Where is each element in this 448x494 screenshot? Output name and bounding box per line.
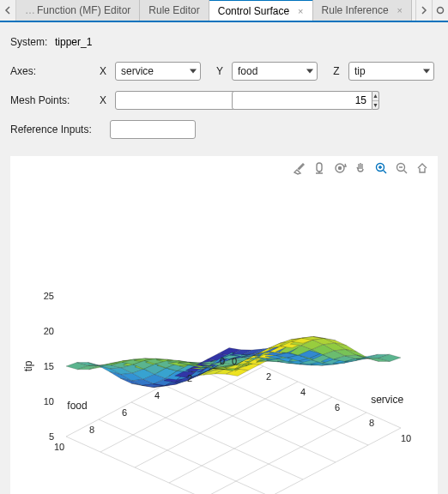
- svg-text:5: 5: [49, 431, 54, 442]
- system-label: System:: [10, 36, 55, 48]
- chevron-left-icon: [4, 6, 11, 15]
- svg-text:0: 0: [232, 356, 237, 366]
- mesh-x-label: X: [96, 94, 110, 106]
- axis-z-select[interactable]: tip: [348, 62, 434, 81]
- svg-text:10: 10: [401, 433, 411, 443]
- tab-mf-editor[interactable]: Function (MF) Editor: [16, 0, 140, 21]
- svg-text:service: service: [371, 394, 403, 406]
- chevron-down-icon: [306, 69, 313, 74]
- zoom-in-button[interactable]: [374, 161, 388, 175]
- axes-label: Axes:: [10, 65, 96, 77]
- mesh-x-spinner[interactable]: ▲ ▼: [115, 91, 201, 110]
- spin-down-icon[interactable]: ▼: [372, 101, 378, 110]
- svg-point-3: [339, 167, 342, 170]
- svg-text:8: 8: [369, 418, 374, 428]
- system-row: System: tipper_1: [10, 29, 438, 55]
- svg-line-13: [169, 397, 332, 483]
- pan-button[interactable]: [354, 161, 367, 175]
- reference-input[interactable]: [110, 120, 196, 139]
- svg-text:food: food: [67, 400, 87, 412]
- chevron-down-icon: [423, 69, 430, 74]
- tab-control-surface[interactable]: Control Surface ×: [209, 0, 313, 21]
- zoom-in-icon: [374, 161, 388, 175]
- home-button[interactable]: [415, 161, 429, 175]
- chevron-right-icon: [421, 6, 427, 15]
- svg-line-15: [203, 413, 366, 494]
- svg-line-8: [197, 368, 368, 445]
- brush-icon: [292, 161, 306, 175]
- circle-icon: [436, 6, 445, 15]
- axis-x-select[interactable]: service: [115, 62, 201, 81]
- svg-rect-1: [317, 163, 322, 172]
- svg-text:tip: tip: [22, 360, 34, 371]
- pan-icon: [354, 161, 367, 175]
- svg-line-12: [131, 402, 303, 479]
- zoom-out-button[interactable]: [395, 161, 409, 175]
- tab-scroll-right-button[interactable]: [415, 0, 432, 21]
- system-name: tipper_1: [55, 36, 92, 48]
- spin-up-icon[interactable]: ▲: [372, 92, 378, 101]
- svg-line-14: [99, 419, 270, 494]
- mesh-y-spinner[interactable]: ▲ ▼: [232, 91, 318, 110]
- tab-overflow-button[interactable]: [432, 0, 448, 21]
- axes-toolbar: [292, 161, 429, 175]
- axis-y-select[interactable]: food: [232, 62, 318, 81]
- reference-row: Reference Inputs:: [10, 117, 438, 142]
- svg-text:8: 8: [89, 425, 94, 435]
- mesh-label: Mesh Points:: [10, 94, 96, 106]
- svg-text:10: 10: [54, 442, 64, 452]
- svg-point-0: [438, 8, 444, 14]
- tab-strip: Function (MF) Editor Rule Editor Control…: [0, 0, 448, 22]
- control-panel: System: tipper_1 Axes: X service Y food …: [0, 22, 448, 151]
- rotate-button[interactable]: [333, 161, 347, 175]
- close-icon[interactable]: ×: [294, 6, 303, 16]
- home-icon: [415, 161, 429, 175]
- reference-label: Reference Inputs:: [10, 124, 110, 136]
- zoom-out-icon: [395, 161, 409, 175]
- datatip-icon: [312, 161, 326, 175]
- tab-label: Rule Inference: [322, 4, 389, 16]
- tab-label: Control Surface: [218, 5, 289, 17]
- mesh-row: Mesh Points: X ▲ ▼ Y ▲ ▼: [10, 87, 438, 113]
- tab-label: Rule Editor: [148, 4, 199, 16]
- svg-text:20: 20: [44, 326, 54, 336]
- datatip-button[interactable]: [312, 161, 326, 175]
- surface-plot[interactable]: 51015202502468100246810servicefoodtip: [10, 156, 438, 494]
- brush-button[interactable]: [292, 161, 306, 175]
- axis-z-label: Z: [330, 65, 343, 77]
- svg-line-10: [164, 385, 336, 462]
- svg-text:4: 4: [300, 387, 306, 397]
- axes-row: Axes: X service Y food Z tip: [10, 58, 438, 84]
- chevron-down-icon: [190, 69, 197, 74]
- svg-line-16: [66, 437, 238, 494]
- tab-label: Function (MF) Editor: [37, 4, 130, 16]
- tab-rule-inference[interactable]: Rule Inference ×: [313, 0, 412, 21]
- svg-text:0: 0: [220, 356, 225, 366]
- tab-scroll-left-button[interactable]: [0, 0, 16, 21]
- axis-x-label: X: [96, 65, 110, 77]
- surface-plot-panel: 51015202502468100246810servicefoodtip: [10, 156, 438, 494]
- svg-text:4: 4: [154, 390, 160, 401]
- select-value: food: [238, 65, 257, 77]
- svg-text:10: 10: [44, 396, 54, 407]
- svg-text:2: 2: [187, 373, 192, 383]
- select-value: service: [121, 65, 154, 77]
- axis-y-label: Y: [213, 65, 227, 77]
- tab-rule-editor[interactable]: Rule Editor: [140, 0, 209, 21]
- select-value: tip: [354, 65, 366, 77]
- svg-text:25: 25: [44, 291, 54, 301]
- svg-text:2: 2: [266, 371, 271, 382]
- svg-text:6: 6: [122, 407, 127, 418]
- close-icon[interactable]: ×: [394, 5, 403, 15]
- svg-text:6: 6: [335, 402, 340, 413]
- mesh-y-input[interactable]: [232, 91, 372, 110]
- svg-text:15: 15: [44, 361, 54, 371]
- rotate-icon: [333, 161, 347, 175]
